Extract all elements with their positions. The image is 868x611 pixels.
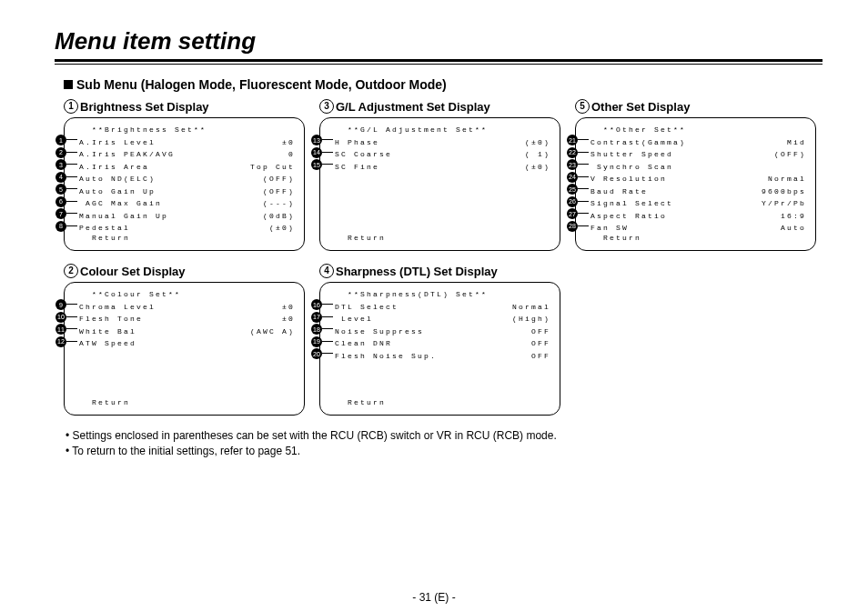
sub-menu-header: Sub Menu (Halogen Mode, Fluorescent Mode…: [64, 77, 823, 92]
block-title-text: G/L Adjustment Set Display: [336, 100, 490, 114]
osd-row-label: Flesh Noise Sup.: [335, 350, 437, 363]
row-badge-icon: 27: [567, 208, 578, 219]
circled-number-icon: 4: [319, 264, 334, 278]
osd-row-label: White Bal: [79, 326, 136, 338]
osd-row: Aspect Ratio16:9: [590, 210, 806, 223]
osd-row-value: 9600bps: [762, 185, 806, 198]
row-badge-icon: 23: [567, 159, 578, 170]
osd-row-value: (High): [512, 313, 550, 326]
notes: • Settings enclosed in parentheses can b…: [66, 428, 823, 459]
osd-row-label: Shutter Speed: [590, 148, 673, 161]
osd-panel: 9101112**Colour Set**Chroma Level±0Flesh…: [64, 282, 305, 416]
osd-return: Return: [92, 396, 130, 409]
osd-row: Synchro Scan: [590, 161, 806, 174]
osd-header: **Sharpness(DTL) Set**: [348, 288, 550, 301]
title-underline: [55, 59, 823, 65]
osd-header: **Colour Set**: [92, 288, 295, 301]
block-title: 5Other Set Display: [575, 99, 816, 114]
osd-row: AGC Max Gain(---): [79, 197, 295, 210]
osd-row-value: Mid: [787, 136, 806, 149]
osd-row-value: ±0: [282, 301, 295, 314]
osd-row-label: A.Iris Area: [79, 161, 149, 174]
osd-row: H Phase(±0): [335, 136, 550, 149]
osd-row-label: Chroma Level: [79, 301, 156, 314]
block-title-text: Colour Set Display: [80, 265, 186, 278]
page-title: Menu item setting: [55, 27, 823, 59]
osd-row: Auto Gain Up(OFF): [79, 185, 295, 198]
osd-row: Clean DNROFF: [335, 337, 550, 350]
row-badge-icon: 22: [567, 147, 578, 158]
osd-row: Contrast(Gamma)Mid: [590, 136, 806, 149]
osd-row-value: ±0: [282, 136, 295, 149]
row-badge-icon: 16: [311, 299, 322, 310]
osd-row-value: (±0): [525, 161, 550, 174]
osd-row-label: ATW Speed: [79, 337, 136, 350]
osd-row: A.Iris AreaTop Cut: [79, 161, 295, 174]
osd-row-value: OFF: [531, 326, 550, 338]
osd-row-value: Top Cut: [250, 161, 295, 174]
osd-row: DTL SelectNormal: [335, 301, 550, 314]
osd-row-label: Flesh Tone: [79, 313, 143, 326]
osd-row-value: 16:9: [781, 210, 806, 223]
row-badge-icon: 25: [567, 184, 578, 195]
osd-row-label: Noise Suppress: [335, 326, 424, 338]
osd-content: **Brightness Set**A.Iris Level±0A.Iris P…: [74, 118, 304, 250]
sub-menu-header-text: Sub Menu (Halogen Mode, Fluorescent Mode…: [76, 77, 447, 92]
osd-row: A.Iris PEAK/AVG0: [79, 148, 295, 161]
display-block: 4Sharpness (DTL) Set Display1617181920**…: [319, 264, 560, 416]
square-bullet-icon: [64, 80, 73, 89]
osd-content: **Colour Set**Chroma Level±0Flesh Tone±0…: [74, 283, 304, 415]
osd-return: Return: [348, 396, 386, 409]
osd-row-value: Auto: [781, 222, 806, 235]
row-badge-icon: 12: [56, 336, 66, 347]
badge-column: 131415: [311, 118, 329, 250]
osd-row-value: OFF: [531, 337, 550, 350]
row-badge-icon: 7: [56, 208, 66, 219]
osd-row-label: Contrast(Gamma): [590, 136, 686, 149]
osd-panel: 12345678**Brightness Set**A.Iris Level±0…: [64, 117, 305, 251]
osd-row-label: A.Iris PEAK/AVG: [79, 148, 175, 161]
circled-number-icon: 1: [64, 99, 78, 114]
osd-row-label: Baud Rate: [590, 185, 648, 198]
block-title-text: Brightness Set Display: [80, 100, 209, 114]
circled-number-icon: 2: [64, 264, 78, 278]
display-block: 2Colour Set Display9101112**Colour Set**…: [64, 264, 305, 416]
page-number: - 31 (E) -: [0, 591, 868, 604]
osd-row-label: Synchro Scan: [590, 161, 673, 174]
row-badge-icon: 9: [56, 299, 66, 310]
osd-return: Return: [348, 232, 386, 245]
block-title-text: Other Set Display: [591, 100, 690, 114]
block-title: 1Brightness Set Display: [64, 99, 305, 114]
osd-row-value: (±0): [269, 222, 295, 235]
osd-row: Chroma Level±0: [79, 301, 295, 314]
display-block: 3G/L Adjustment Set Display131415**G/L A…: [319, 99, 560, 251]
osd-row: V ResolutionNormal: [590, 173, 806, 185]
osd-row: Manual Gain Up(0dB): [79, 210, 295, 223]
note-line: • Settings enclosed in parentheses can b…: [66, 428, 823, 444]
osd-row-value: (0dB): [263, 210, 295, 223]
osd-row-label: DTL Select: [335, 301, 399, 314]
osd-row-value: (OFF): [774, 148, 806, 161]
row-badge-icon: 15: [311, 159, 322, 170]
row-badge-icon: 28: [567, 221, 578, 232]
osd-row-value: (---): [263, 197, 295, 210]
osd-panel: 131415**G/L Adjustment Set**H Phase(±0)S…: [319, 117, 560, 251]
osd-panel: 1617181920**Sharpness(DTL) Set**DTL Sele…: [319, 282, 560, 416]
block-title: 3G/L Adjustment Set Display: [319, 99, 560, 114]
osd-header: **G/L Adjustment Set**: [348, 124, 550, 136]
osd-row-label: SC Fine: [335, 161, 379, 174]
osd-row-value: (OFF): [263, 185, 295, 198]
osd-panel: 2122232425262728**Other Set**Contrast(Ga…: [575, 117, 816, 251]
osd-row-label: Signal Select: [590, 197, 673, 210]
osd-row: Auto ND(ELC)(OFF): [79, 173, 295, 185]
osd-row: Baud Rate9600bps: [590, 185, 806, 198]
row-badge-icon: 5: [56, 184, 66, 195]
row-badge-icon: 13: [311, 135, 322, 145]
osd-row-label: AGC Max Gain: [79, 197, 162, 210]
row-badge-icon: 3: [56, 159, 66, 170]
osd-header: **Other Set**: [603, 124, 806, 136]
row-badge-icon: 19: [311, 336, 322, 347]
circled-number-icon: 3: [319, 99, 334, 114]
osd-content: **Sharpness(DTL) Set**DTL SelectNormal L…: [329, 283, 560, 415]
osd-row-value: OFF: [531, 350, 550, 363]
